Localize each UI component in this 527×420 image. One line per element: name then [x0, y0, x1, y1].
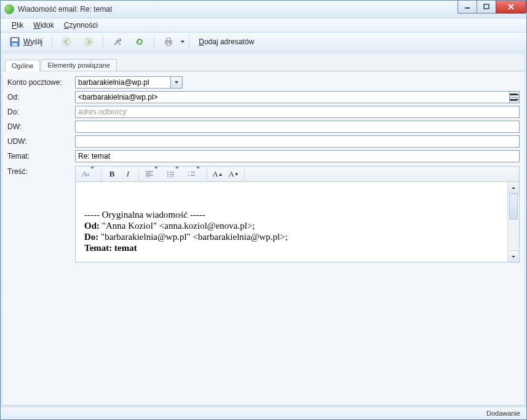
arrow-left-icon — [61, 37, 71, 47]
label-subject: Temat: — [7, 152, 69, 160]
richtext-wrap: Aa B I 12 — [75, 166, 520, 263]
quote-to-value: "barbarakielnia@wp.pl" <barbarakielnia@w… — [98, 232, 288, 242]
minimize-icon — [464, 4, 470, 10]
from-spin-down[interactable] — [509, 97, 519, 103]
refresh-icon — [135, 37, 145, 47]
send-button[interactable]: Wyślij — [4, 34, 48, 50]
svg-rect-1 — [484, 4, 489, 9]
toolbar-sep-1 — [52, 35, 52, 49]
list-numbered-button[interactable]: 12 — [184, 167, 204, 181]
rt-sep-1 — [101, 168, 101, 180]
statusbar: Dodawanie — [1, 406, 526, 419]
form-grid: Konto pocztowe: barbarakielnia@wp.pl Od:… — [7, 76, 520, 263]
label-cc: DW: — [7, 122, 69, 131]
add-recipients-button[interactable]: Dodaj adresatów — [193, 34, 260, 50]
svg-rect-6 — [12, 43, 17, 46]
bold-button[interactable]: B — [105, 167, 119, 181]
vertical-scrollbar[interactable] — [507, 182, 519, 262]
nav-forward-button[interactable] — [78, 34, 99, 50]
cell-account: barbarakielnia@wp.pl — [75, 76, 520, 89]
refresh-button[interactable] — [129, 34, 150, 50]
print-button[interactable] — [158, 34, 179, 50]
label-account: Konto pocztowe: — [7, 78, 69, 87]
richtext-toolbar: Aa B I 12 — [75, 166, 520, 182]
menu-plik[interactable]: Plik — [7, 20, 28, 31]
svg-text:2: 2 — [188, 174, 189, 177]
email-compose-window: Wiadomość email: Re: temat Plik Widok Cz… — [0, 0, 527, 420]
toolbar-sep-4 — [189, 35, 189, 49]
chevron-down-icon — [175, 167, 179, 178]
svg-rect-10 — [167, 38, 170, 41]
minimize-button[interactable] — [458, 1, 477, 14]
label-bcc: UDW: — [7, 137, 69, 146]
chevron-down-icon — [154, 167, 158, 178]
rt-sep-4 — [244, 168, 245, 180]
label-body: Treść: — [7, 165, 69, 176]
close-icon — [507, 4, 515, 10]
font-style-button[interactable]: Aa — [78, 167, 98, 181]
maximize-icon — [483, 4, 489, 10]
tabs-strip: Ogólne Elementy powiązane — [2, 53, 525, 71]
quote-from-label: Od: — [84, 221, 100, 231]
quote-from-value: "Anna Koziol" <anna.koziol@enova.pl>; — [100, 221, 255, 231]
align-button[interactable] — [142, 167, 162, 181]
cc-field-wrapper — [75, 121, 520, 133]
svg-point-7 — [62, 38, 71, 46]
from-spin-up[interactable] — [509, 92, 519, 97]
subject-input[interactable] — [78, 152, 517, 160]
account-combo[interactable]: barbarakielnia@wp.pl — [75, 76, 183, 89]
bcc-input[interactable] — [78, 137, 517, 146]
rt-sep-2 — [138, 168, 139, 180]
quote-from-line: Od: "Anna Koziol" <anna.koziol@enova.pl>… — [84, 220, 499, 231]
font-decrease-button[interactable]: A▼ — [226, 167, 241, 181]
printer-icon — [164, 37, 173, 47]
toolbar: Wyślij Dodaj adresatów — [1, 33, 526, 52]
list-bullets-icon — [167, 171, 174, 177]
chevron-up-icon — [510, 93, 519, 95]
rt-sep-3 — [207, 168, 207, 180]
titlebar: Wiadomość email: Re: temat — [1, 1, 526, 18]
account-value: barbarakielnia@wp.pl — [78, 78, 149, 87]
tab-related[interactable]: Elementy powiązane — [41, 59, 117, 71]
menu-widok-rest: idok — [41, 21, 54, 30]
menu-plik-rest: lik — [17, 21, 23, 30]
italic-button[interactable]: I — [121, 167, 135, 181]
maximize-button[interactable] — [477, 1, 496, 14]
account-drop-button[interactable] — [170, 77, 182, 88]
cc-input[interactable] — [78, 122, 517, 131]
to-input[interactable] — [78, 108, 517, 116]
scroll-track[interactable] — [508, 220, 519, 250]
svg-point-18 — [167, 174, 168, 175]
from-field[interactable]: <barbarakielnia@wp.pl> — [75, 91, 520, 103]
chevron-down-icon — [196, 167, 200, 178]
align-left-icon — [146, 171, 153, 177]
close-button[interactable] — [496, 1, 526, 14]
tools-icon — [113, 37, 122, 47]
tab-general[interactable]: Ogólne — [5, 60, 40, 71]
menu-czynnosci[interactable]: Czynności — [59, 20, 103, 31]
menu-widok[interactable]: Widok — [28, 20, 58, 31]
list-numbered-icon: 12 — [188, 171, 195, 177]
svg-rect-11 — [167, 43, 170, 46]
app-icon — [4, 4, 14, 14]
editor-area: ----- Oryginalna wiadomość ----- Od: "An… — [75, 182, 520, 263]
toolbar-sep-3 — [154, 35, 154, 49]
print-dropdown[interactable] — [180, 34, 185, 49]
list-bullets-button[interactable] — [163, 167, 183, 181]
editor-body[interactable]: ----- Oryginalna wiadomość ----- Od: "An… — [76, 182, 507, 262]
scroll-down-button[interactable] — [508, 250, 519, 262]
quote-intro: ----- Oryginalna wiadomość ----- — [84, 209, 499, 220]
chevron-up-icon — [512, 187, 515, 189]
chevron-down-icon — [512, 256, 515, 258]
tools-button[interactable] — [107, 34, 128, 50]
quote-to-line: Do: "barbarakielnia@wp.pl" <barbarakieln… — [84, 231, 499, 242]
send-button-label: Wyślij — [23, 38, 42, 46]
font-increase-button[interactable]: A▲ — [210, 167, 225, 181]
quote-subject-line: Temat: temat — [84, 242, 499, 253]
svg-point-16 — [167, 172, 168, 173]
scroll-thumb[interactable] — [509, 194, 518, 220]
nav-back-button[interactable] — [56, 34, 77, 50]
window-buttons — [458, 1, 526, 13]
scroll-up-button[interactable] — [508, 182, 519, 194]
svg-rect-5 — [12, 38, 18, 41]
